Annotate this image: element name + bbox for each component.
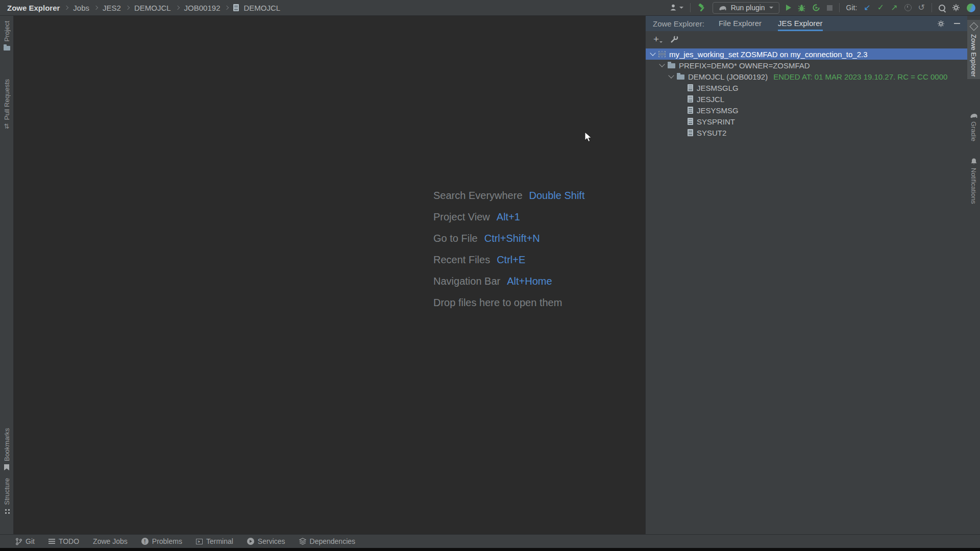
hide-tool-window-icon[interactable] [954,23,960,24]
add-working-set-button[interactable]: + [653,34,663,44]
tree-row-spool-file[interactable]: JESMSGLG [646,82,967,93]
tool-button-git[interactable]: Git [15,537,35,545]
spool-file-label: JESJCL [697,95,724,104]
git-push-icon[interactable]: ↗ [891,4,897,12]
toolbar-divider [932,3,932,12]
run-button[interactable] [786,5,791,11]
project-folder-icon [4,46,10,51]
tool-button-label: TODO [59,537,79,545]
tree-row-spool-file[interactable]: SYSPRINT [646,116,967,127]
run-configuration-label: Run plugin [731,4,765,12]
pull-requests-icon: ⇅ [4,123,10,130]
file-icon [688,129,693,136]
file-icon [688,84,693,91]
bell-icon [970,158,977,165]
breadcrumb-item-file-demojcl[interactable]: DEMOJCL [243,4,280,12]
file-icon [688,118,693,125]
run-configuration-select[interactable]: Run plugin [713,2,779,14]
tool-button-services[interactable]: Services [247,537,285,545]
git-commit-icon[interactable]: ✓ [877,4,884,12]
file-icon [688,107,693,114]
tree-row-job[interactable]: DEMOJCL (JOB00192) ENDED AT: 01 MAR 2023… [646,71,967,82]
sidebar-item-notifications[interactable]: Notifications [967,156,980,206]
wrench-icon[interactable] [670,35,678,43]
git-update-icon[interactable]: ↙ [864,4,870,12]
user-icon [669,4,677,12]
tree-row-filter[interactable]: PREFIX=DEMO* OWNER=ZOSMFAD [646,60,967,71]
tool-window-header: Zowe Explorer: File Explorer JES Explore… [646,16,967,31]
sidebar-item-bookmarks[interactable]: Bookmarks [0,426,13,472]
hint-shortcut: Alt+1 [497,211,520,223]
tool-button-todo[interactable]: TODO [48,537,79,545]
tool-stripe-label: Gradle [970,121,977,141]
file-icon [233,4,239,11]
chevron-right-icon [225,6,229,10]
settings-button[interactable] [952,4,960,12]
gear-icon[interactable] [937,20,945,28]
search-everywhere-icon[interactable] [939,5,945,11]
tree-row-spool-file[interactable]: JESJCL [646,93,967,105]
filter-label: PREFIX=DEMO* OWNER=ZOSMFAD [679,61,810,70]
profiler-button[interactable] [812,4,820,12]
tree-row-working-set[interactable]: my_jes_working_set ZOSMFAD on my_connect… [646,48,967,60]
tool-button-label: Problems [152,537,182,545]
tab-jes-explorer[interactable]: JES Explorer [778,16,823,31]
hint-shortcut: Ctrl+E [497,254,525,266]
sidebar-item-structure[interactable]: Structure [0,476,13,516]
tool-button-label: Git [26,537,35,545]
chevron-down-icon [769,7,773,9]
folder-icon [668,63,675,68]
mouse-cursor [584,132,595,143]
hint-row: Go to File Ctrl+Shift+N [433,233,585,244]
sidebar-item-zowe-explorer[interactable]: Zowe Explorer [967,20,980,79]
gradle-icon [719,5,727,11]
breadcrumb-item-jobs[interactable]: Jobs [73,4,89,12]
breadcrumb-item-demojcl[interactable]: DEMOJCL [134,4,171,12]
tool-button-zowe-jobs[interactable]: Zowe Jobs [93,537,128,545]
tab-file-explorer[interactable]: File Explorer [719,16,762,31]
sidebar-item-pull-requests[interactable]: Pull Requests ⇅ [0,77,13,132]
tool-button-problems[interactable]: Problems [141,537,182,545]
chevron-down-icon[interactable] [650,50,655,56]
hint-label: Search Everywhere [433,190,523,202]
tree-row-spool-file[interactable]: JESYSMSG [646,105,967,116]
hint-label: Navigation Bar [433,276,500,287]
build-button[interactable] [697,4,706,12]
undo-icon[interactable]: ↺ [918,4,925,12]
sidebar-item-gradle[interactable]: Gradle [967,111,980,143]
breadcrumb: Zowe Explorer Jobs JES2 DEMOJCL JOB00192… [0,4,280,12]
toolbar-divider [839,3,840,12]
profile-avatar[interactable] [967,4,975,12]
tool-button-dependencies[interactable]: Dependencies [299,537,356,545]
hint-label: Recent Files [433,254,490,266]
breadcrumb-item-job00192[interactable]: JOB00192 [184,4,220,12]
chevron-down-icon[interactable] [659,61,665,67]
tool-window-title: Zowe Explorer: [653,19,704,28]
jes-explorer-toolbar: + [646,31,967,47]
user-menu-button[interactable] [669,4,683,12]
sidebar-item-project[interactable]: Project [0,19,13,53]
spool-file-label: SYSUT2 [697,129,726,137]
profiler-icon [812,4,820,12]
tool-button-label: Dependencies [310,537,356,545]
breadcrumb-item-root[interactable]: Zowe Explorer [7,4,60,12]
hammer-icon [697,4,706,12]
breadcrumb-item-jes2[interactable]: JES2 [103,4,121,12]
git-widget-label: Git: [846,4,857,12]
chevron-down-icon[interactable] [668,72,674,78]
tool-button-label: Terminal [206,537,233,545]
left-tool-stripe: Project Pull Requests ⇅ Bookmarks Struct… [0,16,14,535]
problems-icon [141,538,149,545]
tool-stripe-label: Zowe Explorer [970,34,977,77]
chevron-down-icon [659,41,663,43]
history-icon[interactable] [904,4,912,11]
tree-row-spool-file[interactable]: SYSUT2 [646,127,967,138]
tool-button-terminal[interactable]: Terminal [196,537,233,545]
tool-stripe-label: Project [4,21,10,41]
main-toolbar: Zowe Explorer Jobs JES2 DEMOJCL JOB00192… [0,0,980,16]
gradle-icon [970,113,978,118]
debug-button[interactable] [798,4,805,12]
drop-files-hint: Drop files here to open them [433,297,562,309]
jes-explorer-tree: my_jes_working_set ZOSMFAD on my_connect… [646,47,967,138]
stop-button[interactable] [827,5,832,11]
